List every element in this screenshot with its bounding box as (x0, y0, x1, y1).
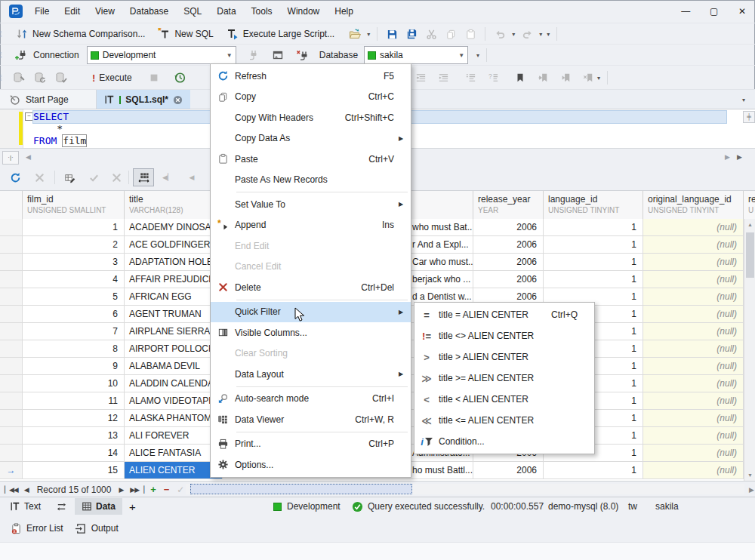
quick-filter-item-title-alien-center[interactable]: =title = ALIEN CENTERCtrl+Q (414, 304, 594, 325)
menubar-item-file[interactable]: File (27, 0, 57, 23)
row-selector[interactable] (0, 323, 23, 340)
cell-film-id[interactable]: 6 (23, 306, 125, 323)
menubar-item-database[interactable]: Database (122, 0, 176, 23)
minimize-button[interactable]: — (673, 2, 698, 21)
previous-page-button[interactable]: ◀ (183, 168, 201, 186)
cell-original-language-id[interactable]: (null) (643, 375, 744, 392)
quick-filter-item-title-alien-center[interactable]: !=title <> ALIEN CENTER (414, 325, 594, 346)
cell-film-id[interactable]: 9 (23, 358, 125, 375)
close-connection-icon[interactable] (295, 48, 309, 62)
row-selector[interactable] (0, 219, 23, 236)
cell-original-language-id[interactable]: (null) (643, 392, 744, 410)
row-selector[interactable] (0, 427, 23, 445)
paste-button[interactable] (461, 26, 480, 42)
cell-film-id[interactable]: 12 (23, 410, 125, 427)
toggle-bookmark-icon[interactable] (513, 71, 527, 85)
context-menu-item-set-value-to[interactable]: Set Value To▶ (211, 194, 411, 215)
execute-button[interactable]: ! Execute (89, 71, 135, 85)
cell-release-year[interactable]: 2006 (473, 219, 544, 236)
cell-title[interactable]: AGENT TRUMAN (125, 306, 223, 323)
menubar-item-sql[interactable]: SQL (176, 0, 209, 23)
cell-original-language-id[interactable]: (null) (643, 323, 744, 340)
cell-film-id[interactable]: 13 (23, 427, 125, 445)
cell-original-language-id[interactable]: (null) (643, 340, 744, 358)
hscroll-right-icon[interactable]: ▶ (749, 486, 754, 494)
open-file-dropdown[interactable]: ▾ (365, 31, 372, 38)
open-file-button[interactable] (345, 26, 365, 42)
quick-filter-item-title-alien-center[interactable]: <title < ALIEN CENTER (414, 389, 594, 410)
quick-filter-item-title-alien-center[interactable]: ≪title <= ALIEN CENTER (414, 410, 594, 431)
cell-title[interactable]: AFRICAN EGG (125, 288, 223, 306)
add-view-button[interactable]: + (122, 498, 143, 515)
bookmark-dropdown[interactable]: ▾ (595, 75, 602, 82)
tab-sql1[interactable]: SQL1.sql* (97, 90, 190, 109)
new-sql-button[interactable]: * New SQL (154, 26, 216, 42)
toolbar-drag-handle[interactable]: ⁞ (0, 30, 6, 38)
menubar-item-tools[interactable]: Tools (244, 0, 280, 23)
horizontal-scrollbar-thumb[interactable] (190, 484, 412, 494)
context-menu-item-copy[interactable]: CopyCtrl+C (211, 87, 411, 108)
pane-expand-icon[interactable]: ▶ (737, 153, 742, 161)
scroll-up-icon[interactable]: ▲ (744, 219, 755, 230)
cell-film-id[interactable]: 4 (23, 271, 125, 288)
clear-bookmarks-icon[interactable] (581, 71, 595, 85)
quick-filter-item-title-alien-center[interactable]: ≫title >= ALIEN CENTER (414, 368, 594, 389)
save-all-button[interactable] (402, 26, 421, 42)
cell-film-id[interactable]: 5 (23, 288, 125, 306)
tab-data-view[interactable]: Data (75, 498, 122, 515)
decrease-indent-icon[interactable] (414, 71, 427, 85)
row-selector[interactable] (0, 306, 23, 323)
save-button[interactable] (382, 26, 402, 42)
cell-film-id[interactable]: 10 (23, 375, 125, 392)
toolbar-drag-handle[interactable]: ⁞ (0, 51, 6, 60)
header-title[interactable]: title VARCHAR(128) (125, 191, 223, 220)
undo-dropdown[interactable]: ▾ (510, 31, 517, 38)
context-menu-item-options[interactable]: Options... (211, 454, 411, 475)
append-record-icon[interactable]: + (150, 484, 156, 495)
header-film-id[interactable]: film_id UNSIGNED SMALLINT (23, 191, 125, 220)
delete-record-icon[interactable]: − (164, 484, 170, 495)
connection-select[interactable]: Development ▼ (87, 46, 236, 64)
cell-original-language-id[interactable]: (null) (643, 410, 744, 427)
cell-title[interactable]: AFFAIR PREJUDICE (125, 271, 223, 288)
header-row-selector[interactable] (0, 191, 23, 220)
quick-filter-item-condition[interactable]: iCondition... (414, 431, 594, 452)
cell-release-year[interactable]: 2006 (473, 236, 544, 254)
row-selector[interactable] (0, 358, 23, 375)
output-button[interactable]: Output (74, 522, 119, 535)
context-menu-item-append[interactable]: *AppendIns (211, 215, 411, 236)
undo-button[interactable] (490, 26, 510, 42)
close-tab-icon[interactable] (173, 93, 183, 106)
maximize-button[interactable]: ▢ (701, 2, 727, 21)
cell-language-id[interactable]: 1 (544, 254, 643, 271)
cell-release-year[interactable]: 2006 (473, 462, 544, 479)
previous-bookmark-icon[interactable] (536, 71, 550, 85)
row-selector[interactable] (0, 410, 23, 427)
cell-film-id[interactable]: 2 (23, 236, 125, 254)
cell-original-language-id[interactable]: (null) (643, 271, 744, 288)
row-selector[interactable] (0, 392, 23, 410)
menubar-item-view[interactable]: View (88, 0, 122, 23)
refresh-grid-button[interactable] (6, 168, 24, 186)
header-language-id[interactable]: language_id UNSIGNED TINYINT (544, 191, 643, 220)
database-select[interactable]: sakila ▼ (364, 46, 468, 64)
cell-film-id[interactable]: 7 (23, 323, 125, 340)
database-refresh-icon[interactable] (33, 71, 47, 85)
cell-title[interactable]: AIRPLANE SIERRA (125, 323, 223, 340)
cell-language-id[interactable]: 1 (544, 219, 643, 236)
row-selector[interactable] (0, 254, 23, 271)
context-menu-item-print[interactable]: Print...Ctrl+P (211, 434, 411, 455)
cell-title[interactable]: ALICE FANTASIA (125, 445, 223, 462)
cell-film-id[interactable]: 3 (23, 254, 125, 271)
increase-indent-icon[interactable] (436, 71, 450, 85)
stop-icon[interactable] (147, 71, 161, 85)
cell-original-language-id[interactable]: (null) (643, 254, 744, 271)
cell-title[interactable]: ACADEMY DINOSAUR (125, 219, 223, 236)
cell-title[interactable]: AIRPORT POLLOCK (125, 340, 223, 358)
redo-button[interactable] (517, 26, 537, 42)
database-extra-dropdown[interactable]: ▾ (474, 52, 482, 59)
comment-lines-icon[interactable] (464, 71, 477, 85)
window-icon[interactable] (271, 48, 285, 62)
plug-icon[interactable] (247, 48, 260, 62)
commit-record-icon[interactable]: ✓ (177, 485, 184, 495)
